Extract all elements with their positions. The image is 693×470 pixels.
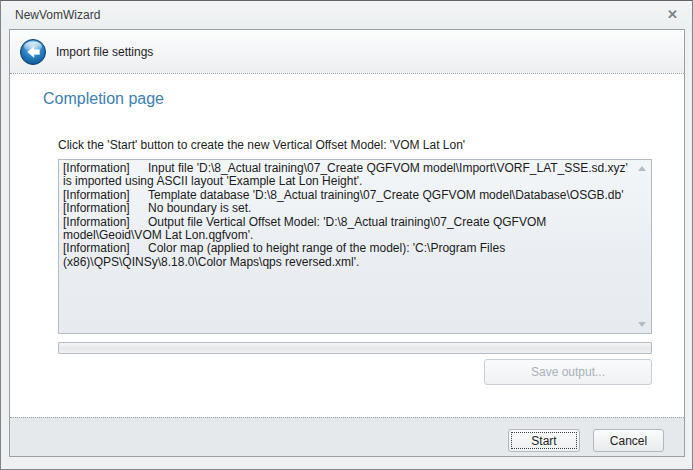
title-bar[interactable]: NewVomWizard ✕ xyxy=(1,1,692,29)
log-entry-prefix: [Information] xyxy=(63,216,148,229)
scroll-down-icon[interactable] xyxy=(634,316,651,333)
log-entry-message: No boundary is set. xyxy=(148,201,251,215)
log-entry-prefix: [Information] xyxy=(63,202,148,215)
header-title: Import file settings xyxy=(56,30,153,74)
back-arrow-icon[interactable] xyxy=(19,38,47,66)
log-entry: [Information]Input file 'D:\8_Actual tra… xyxy=(63,162,631,189)
log-entry: [Information]No boundary is set. xyxy=(63,202,631,215)
start-button[interactable]: Start xyxy=(508,429,580,452)
log-entry: [Information]Template database 'D:\8_Act… xyxy=(63,189,631,202)
page-title: Completion page xyxy=(43,90,164,108)
button-footer: Start Cancel xyxy=(10,417,684,456)
scroll-up-icon[interactable] xyxy=(634,160,651,177)
log-entry-message: Template database 'D:\8_Actual training\… xyxy=(148,188,624,202)
cancel-button[interactable]: Cancel xyxy=(593,429,664,452)
newvomwizard-dialog: NewVomWizard ✕ xyxy=(0,0,693,470)
log-entry: [Information]Output file Vertical Offset… xyxy=(63,216,631,243)
log-entry-message: Input file 'D:\8_Actual training\07_Crea… xyxy=(63,161,628,188)
wizard-panel: Import file settings Completion page Cli… xyxy=(9,29,685,457)
save-output-button[interactable]: Save output... xyxy=(484,359,652,385)
log-scrollbar[interactable] xyxy=(634,160,651,333)
log-entry-prefix: [Information] xyxy=(63,189,148,202)
instruction-text: Click the 'Start' button to create the n… xyxy=(58,138,465,152)
progress-bar xyxy=(58,342,652,354)
wizard-content: Completion page Click the 'Start' button… xyxy=(10,75,684,417)
log-entry-prefix: [Information] xyxy=(63,162,148,175)
window-title: NewVomWizard xyxy=(15,1,100,29)
log-output-box[interactable]: [Information]Input file 'D:\8_Actual tra… xyxy=(58,159,652,334)
log-entry-prefix: [Information] xyxy=(63,242,148,255)
log-text: [Information]Input file 'D:\8_Actual tra… xyxy=(59,160,634,333)
wizard-header: Import file settings xyxy=(10,30,684,74)
log-entry: [Information]Color map (applied to heigh… xyxy=(63,242,631,269)
close-icon[interactable]: ✕ xyxy=(664,1,681,29)
